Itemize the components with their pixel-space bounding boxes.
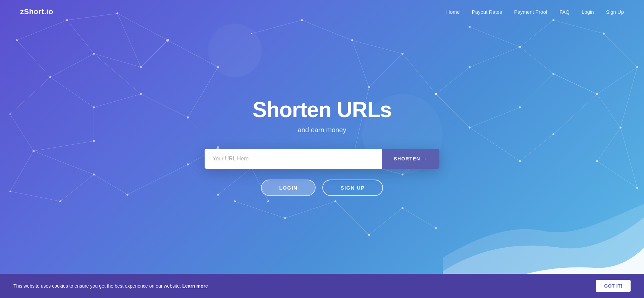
svg-line-40 [470, 47, 520, 67]
shorten-button[interactable]: SHORTEN → [382, 149, 439, 169]
url-input[interactable] [205, 149, 382, 169]
svg-point-110 [284, 217, 286, 219]
cookie-accept-button[interactable]: GOT IT! [596, 280, 631, 292]
svg-point-77 [187, 116, 189, 118]
svg-point-88 [469, 26, 471, 28]
svg-point-75 [33, 150, 35, 152]
svg-point-108 [401, 53, 404, 55]
svg-line-55 [402, 54, 436, 94]
svg-line-33 [604, 34, 637, 67]
svg-line-2 [50, 54, 94, 77]
svg-line-3 [17, 40, 50, 77]
svg-point-111 [334, 200, 336, 202]
nav-payout-rates[interactable]: Payout Rates [472, 9, 502, 15]
nav-signup[interactable]: Sign Up [606, 9, 624, 15]
svg-point-107 [368, 86, 370, 88]
svg-line-57 [235, 201, 285, 218]
svg-line-7 [141, 40, 168, 67]
svg-line-5 [94, 54, 141, 67]
nav-login[interactable]: Login [582, 9, 594, 15]
svg-line-14 [34, 141, 94, 151]
nav-payment-proof[interactable]: Payment Proof [514, 9, 547, 15]
svg-line-16 [141, 94, 188, 117]
learn-more-link[interactable]: Learn more [182, 283, 208, 289]
svg-point-87 [267, 200, 269, 202]
svg-point-70 [140, 66, 142, 68]
svg-point-98 [469, 127, 471, 129]
svg-line-54 [369, 54, 402, 87]
svg-point-71 [166, 39, 169, 42]
cookie-bar: This website uses cookies to ensure you … [0, 274, 644, 298]
svg-line-18 [168, 40, 218, 67]
svg-line-49 [597, 161, 637, 188]
svg-point-89 [519, 46, 521, 48]
svg-line-36 [520, 47, 553, 74]
svg-line-25 [127, 164, 188, 195]
svg-point-119 [208, 23, 262, 77]
svg-line-42 [436, 94, 470, 128]
hero-section: zShort.io Home Payout Rates Payment Proo… [0, 0, 644, 298]
svg-point-100 [552, 133, 554, 135]
svg-line-31 [520, 20, 553, 47]
svg-point-93 [596, 93, 598, 95]
svg-point-114 [435, 227, 437, 229]
svg-point-84 [187, 163, 189, 165]
svg-line-1 [67, 20, 94, 54]
svg-point-79 [217, 66, 219, 68]
svg-line-12 [10, 77, 50, 114]
svg-point-72 [93, 106, 95, 108]
brand-logo[interactable]: zShort.io [20, 7, 53, 16]
svg-point-99 [519, 106, 521, 108]
hero-subtitle: and earn money [205, 126, 439, 134]
svg-line-56 [352, 40, 402, 54]
svg-line-44 [520, 74, 553, 107]
svg-line-9 [50, 77, 94, 107]
svg-point-96 [469, 66, 471, 68]
nav-faq[interactable]: FAQ [559, 9, 570, 15]
nav-links: Home Payout Rates Payment Proof FAQ Logi… [446, 9, 624, 15]
svg-line-35 [553, 74, 597, 94]
nav-home[interactable]: Home [446, 9, 460, 15]
svg-point-95 [620, 127, 622, 129]
svg-line-60 [369, 208, 402, 235]
svg-point-67 [93, 53, 95, 55]
svg-point-97 [435, 93, 437, 95]
svg-point-83 [126, 194, 128, 196]
svg-line-45 [553, 94, 597, 134]
svg-line-22 [60, 175, 94, 201]
navbar: zShort.io Home Payout Rates Payment Proo… [0, 0, 644, 23]
svg-line-59 [335, 201, 369, 235]
svg-line-38 [597, 94, 621, 128]
svg-line-24 [94, 175, 127, 195]
svg-point-94 [552, 73, 554, 75]
svg-line-39 [621, 67, 637, 128]
svg-line-37 [553, 74, 597, 94]
svg-line-23 [34, 151, 94, 175]
svg-line-20 [10, 151, 34, 191]
svg-line-41 [436, 67, 470, 94]
svg-point-65 [16, 39, 18, 41]
svg-line-61 [402, 208, 436, 228]
svg-line-11 [94, 54, 141, 94]
svg-point-118 [435, 93, 437, 95]
hero-cta-buttons: LOGIN SIGN UP [205, 180, 439, 196]
signup-button[interactable]: SIGN UP [322, 180, 383, 196]
svg-line-50 [621, 128, 637, 188]
login-button[interactable]: LOGIN [261, 180, 316, 196]
svg-line-48 [597, 128, 621, 161]
svg-point-104 [251, 33, 252, 34]
svg-line-47 [470, 128, 520, 161]
svg-line-30 [470, 27, 520, 47]
svg-point-81 [59, 200, 61, 202]
cookie-message: This website uses cookies to ensure you … [13, 283, 208, 289]
svg-point-101 [519, 160, 521, 162]
svg-point-109 [234, 200, 236, 202]
svg-line-53 [352, 40, 369, 87]
svg-point-73 [140, 93, 142, 95]
hero-content: Shorten URLs and earn money SHORTEN → LO… [205, 98, 439, 196]
svg-point-68 [49, 76, 51, 78]
url-shortener-form: SHORTEN → [205, 149, 439, 169]
svg-point-74 [9, 113, 11, 115]
svg-point-82 [93, 173, 95, 176]
svg-point-80 [9, 191, 11, 192]
